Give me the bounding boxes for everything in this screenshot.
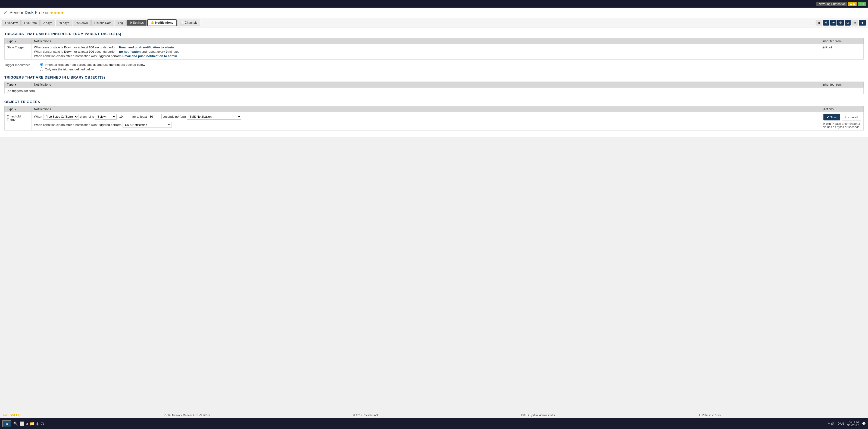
notif-link-1[interactable]: Email and push notification to admin — [119, 46, 174, 49]
cancel-x-icon: ⊘ — [845, 115, 848, 119]
notif-link-2[interactable]: no notification — [119, 50, 141, 53]
lib-col-header-notifications: Notifications — [32, 82, 820, 88]
col-header-type[interactable]: Type ▼ — [5, 38, 32, 44]
toolbar-pause-btn[interactable]: ⏸ — [815, 20, 823, 26]
clears-dropdown[interactable]: SMS Notification Email Notification Emai… — [123, 122, 172, 128]
lib-col-header-inherited: Inherited from — [820, 82, 864, 88]
table-row: Threshold Trigger When Free Bytes C: (By… — [5, 112, 864, 130]
save-check-icon: ✔ — [827, 115, 829, 119]
obj-col-header-type[interactable]: Type ▼ — [5, 106, 32, 112]
library-triggers-table: Type ▼ Notifications Inherited from (no … — [4, 82, 864, 94]
tab-live-data[interactable]: Live Data — [21, 20, 40, 26]
channel-is-label: channel is — [80, 115, 94, 118]
main-content: TRIGGERS THAT CAN BE INHERITED FROM PARE… — [0, 27, 868, 137]
condition-clears-label: When condition clears after a notificati… — [34, 123, 122, 126]
sensor-stars[interactable]: ★★★★ — [50, 10, 64, 15]
toolbar-settings-btn[interactable]: ⚙ — [837, 20, 844, 26]
obj-col-header-actions: Actions — [821, 106, 863, 112]
obj-col-header-notifications: Notifications — [32, 106, 821, 112]
nav-tabs: Overview Live Data 2 days 30 days 365 da… — [0, 18, 868, 27]
toolbar-refresh-btn[interactable]: ↺ — [823, 20, 829, 26]
for-at-least-label: for at least — [132, 115, 147, 118]
tab-historic-data[interactable]: Historic Data — [91, 20, 115, 26]
save-button[interactable]: ✔ Save — [824, 114, 840, 120]
note-text: Note: Please enter channel values as byt… — [824, 122, 861, 129]
action-buttons: ✔ Save ⊘ Cancel — [824, 114, 861, 120]
no-triggers-cell: (no triggers defined) — [5, 88, 864, 94]
toolbar-delete-btn[interactable]: 🗑 — [851, 20, 858, 26]
inheritance-options: Inherit all triggers from parent objects… — [40, 63, 145, 71]
sensor-title: Sensor Disk Free ⊞ — [9, 10, 48, 15]
cancel-button[interactable]: ⊘ Cancel — [842, 114, 861, 120]
trigger-inheritance-label: Trigger Inheritance — [4, 63, 40, 67]
condition-dropdown[interactable]: Below Above Equal Not Equal — [95, 114, 117, 120]
threshold-value-input[interactable] — [118, 114, 131, 119]
sensor-check-icon: ✔ — [3, 10, 7, 16]
threshold-form-row2: When condition clears after a notificati… — [34, 122, 819, 128]
radio-only-below[interactable]: Only use the triggers defined below — [40, 67, 145, 71]
inherited-triggers-table: Type ▼ Notifications Inherited from Stat… — [4, 38, 864, 60]
seconds-label: seconds perform — [163, 115, 186, 118]
table-row: (no triggers defined) — [5, 88, 864, 94]
tab-settings[interactable]: ⚙ Settings — [126, 20, 147, 26]
col-header-notifications: Notifications — [32, 38, 820, 44]
notif-link-3[interactable]: Email and push notification to admin — [122, 54, 177, 58]
trigger-type-cell: State Trigger — [5, 44, 32, 60]
new-log-entries-badge[interactable]: New Log Entries 60 — [816, 2, 847, 6]
time-value-input[interactable] — [148, 114, 162, 119]
tab-2days[interactable]: 2 days — [40, 20, 55, 26]
when-label: When — [34, 115, 42, 118]
trigger-inherited-cell: ⊞Root — [820, 44, 864, 60]
lib-col-header-type[interactable]: Type ▼ — [5, 82, 32, 88]
root-icon: ⊞ — [823, 46, 825, 49]
actions-cell: ✔ Save ⊘ Cancel Note: Please enter chann… — [824, 114, 861, 129]
tab-notifications[interactable]: 🔔 Notifications — [147, 19, 177, 26]
tab-log[interactable]: Log — [115, 20, 126, 26]
object-triggers-table: Type ▼ Notifications Actions Threshold T… — [4, 106, 864, 130]
toolbar-right: ⏸ ↺ ✉ ⚙ ⧉ 🗑 ▼ — [815, 20, 866, 26]
toolbar-more-btn[interactable]: ▼ — [859, 20, 866, 26]
radio-inherit-all[interactable]: Inherit all triggers from parent objects… — [40, 63, 145, 66]
inherited-triggers-title: TRIGGERS THAT CAN BE INHERITED FROM PARE… — [4, 32, 864, 36]
warning-badge: W 5 — [848, 2, 857, 6]
col-header-inherited: Inherited from — [820, 38, 864, 44]
header: ✔ Sensor Disk Free ⊞ ★★★★ — [0, 8, 868, 18]
toolbar-email-btn[interactable]: ✉ — [830, 20, 836, 26]
tab-overview[interactable]: Overview — [2, 20, 21, 26]
obj-trigger-type-cell: Threshold Trigger — [5, 112, 32, 130]
library-triggers-title: TRIGGERS THAT ARE DEFINED IN LIBRARY OBJ… — [4, 75, 864, 80]
perform-dropdown[interactable]: SMS Notification Email Notification Emai… — [187, 114, 241, 120]
trigger-notifications-cell: When sensor state is Down for at least 6… — [32, 44, 820, 60]
table-row: State Trigger When sensor state is Down … — [5, 44, 864, 60]
obj-trigger-notifications-cell: When Free Bytes C: (Byte) Free Bytes D: … — [32, 112, 821, 130]
tab-30days[interactable]: 30 days — [56, 20, 72, 26]
tab-channels[interactable]: 📊 Channels — [177, 20, 200, 26]
channel-dropdown[interactable]: Free Bytes C: (Byte) Free Bytes D: (Byte… — [43, 114, 79, 120]
radio-inherit-all-input[interactable] — [40, 63, 43, 66]
threshold-form-row1: When Free Bytes C: (Byte) Free Bytes D: … — [34, 114, 819, 120]
radio-only-below-input[interactable] — [40, 67, 43, 71]
object-triggers-title: OBJECT TRIGGERS — [4, 100, 864, 104]
toolbar-clone-btn[interactable]: ⧉ — [845, 20, 850, 26]
tab-365days[interactable]: 365 days — [72, 20, 91, 26]
trigger-inheritance-section: Trigger Inheritance Inherit all triggers… — [4, 63, 864, 71]
obj-trigger-actions-cell: ✔ Save ⊘ Cancel Note: Please enter chann… — [821, 112, 863, 130]
top-bar: New Log Entries 60 W 5 ✓ 2 — [0, 0, 868, 8]
ok-badge: ✓ 2 — [858, 2, 866, 6]
